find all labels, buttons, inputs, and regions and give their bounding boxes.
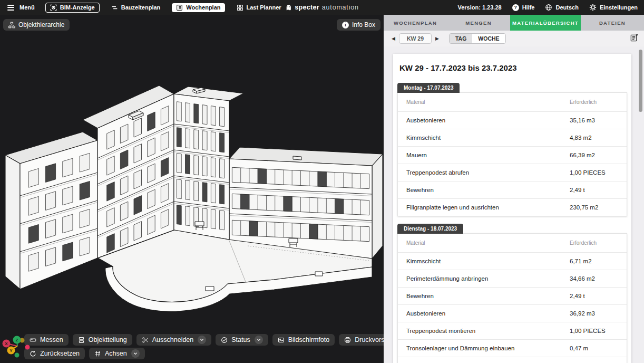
day-section-2: Dienstag - 18.07.2023MaterialErforderlic… [397,223,627,363]
material-cell: Bewehren [406,187,570,193]
mode-bauzeitenplan[interactable]: Bauzeitenplan [107,3,165,12]
tool-label: Zurücksetzen [40,350,80,357]
side-panel: WOCHENPLANMENGENMATERIALÜBERSICHTDATEIEN… [384,15,644,363]
required-cell: 35,16 m3 [570,117,618,123]
tool-label: Objektteilung [89,336,127,343]
mode-label: BIM-Anzeige [60,4,95,11]
tool-label: Druckvorschau [355,336,384,343]
prev-week-button[interactable]: ◀ [389,36,398,41]
app-window: Menü BIM-AnzeigeBauzeitenplanWochenplanL… [0,0,644,363]
note-add-button[interactable] [630,33,639,44]
table-row: Ausbetonieren36,92 m3 [398,304,627,322]
grid-icon [237,4,243,11]
bildschirmfoto-button[interactable]: Bildschirmfoto [272,334,335,346]
material-cell: Filigranplatte legen und ausrichten [406,204,570,211]
required-cell: 4,83 m2 [570,135,618,141]
chevron-down-icon[interactable] [131,349,140,358]
week-heading: KW 29 - 17.7.2023 bis 23.7.2023 [399,63,625,72]
table-row: Ausbetonieren35,16 m3 [398,111,627,129]
material-cell: Ausbetonieren [406,117,570,123]
orientation-gizmo[interactable]: Z X Y [1,326,36,363]
col-header-required: Erforderlich [570,240,618,246]
help-icon: ? [512,4,519,11]
globe-icon [545,4,552,11]
material-cell: Perimeterdämmung anbringen [406,275,570,282]
required-cell: 230,75 m2 [570,204,618,211]
required-cell: 36,92 m3 [570,310,618,317]
gizmo-y-label[interactable]: Y [9,348,13,353]
object-hierarchy-button[interactable]: Objekthierarchie [3,19,70,31]
panel-tabbar: WOCHENPLANMENGENMATERIALÜBERSICHTDATEIEN [384,15,644,31]
gizmo-x-label[interactable]: X [5,341,8,346]
table-row: Tronsolenlager und Dämmung einbauen0,47 … [398,339,627,357]
druckvorschau-button[interactable]: Druckvorschau [339,334,384,346]
table-row: Bewehren2,49 t [398,287,627,304]
mode-label: Bauzeitenplan [121,4,161,11]
day-badge: Dienstag - 18.07.2023 [397,224,463,234]
chevron-down-icon[interactable] [255,336,263,344]
table-row: Mauern66,39 m2 [398,146,627,164]
brand-name: specter [295,4,319,11]
gizmo-z-label[interactable]: Z [16,338,18,342]
day-badge: Montag - 17.07.2023 [397,83,460,93]
viewer-toolbar-row1: MessenObjektteilungAusschneidenStatusBil… [24,334,384,346]
material-cell: Bewehren [406,293,570,299]
help-button[interactable]: ? Hilfe [512,4,535,11]
scissors-icon [142,337,149,343]
table-header-row: MaterialErforderlich [398,93,627,111]
chevron-down-icon[interactable] [198,336,206,344]
table-row: Kimmschicht6,71 m2 [398,252,627,270]
required-cell: 2,49 t [570,293,618,299]
tool-label: Ausschneiden [152,336,194,343]
table-row: Treppenpodest montieren1,00 PIECES [398,322,627,339]
print-icon [344,337,351,343]
language-button[interactable]: Deutsch [545,4,578,11]
week-select-button[interactable]: KW 29 [399,33,432,44]
info-icon: i [342,22,349,28]
toggle-tag[interactable]: TAG [450,34,472,43]
ghost-icon [285,4,292,11]
settings-button[interactable]: Einstellungen [589,4,638,11]
ausschneiden-button[interactable]: Ausschneiden [136,334,212,346]
split-icon [78,337,85,343]
status-button[interactable]: Status [216,334,268,346]
bim-model-3d[interactable] [0,15,384,363]
next-week-button[interactable]: ▶ [433,36,442,41]
mode-bim-anzeige[interactable]: BIM-Anzeige [45,3,100,13]
tab-wochenplan[interactable]: WOCHENPLAN [384,15,447,31]
info-box-button[interactable]: i Info Box [337,19,380,31]
required-cell: 1,00 PIECES [570,169,618,176]
required-cell: 66,39 m2 [570,152,618,158]
toggle-woche[interactable]: WOCHE [472,34,505,43]
table-row: Bewehren2,49 t [398,181,627,198]
menu-button[interactable]: Menü [6,4,35,12]
required-cell: 2,49 t [570,187,618,193]
mode-wochenplan[interactable]: Wochenplan [172,3,225,12]
objektteilung-button[interactable]: Objektteilung [73,334,132,346]
panel-scrollbar[interactable] [639,50,642,112]
days-container: Montag - 17.07.2023MaterialErforderlichA… [397,82,627,363]
table-row: Kimmschicht4,83 m2 [398,129,627,146]
tab-dateien[interactable]: DATEIEN [581,15,644,31]
material-card: KW 29 - 17.7.2023 bis 23.7.2023 Montag -… [393,54,631,363]
table-row: Treppenpodest abrufen1,00 PIECES [398,164,627,181]
bim-icon [50,4,57,11]
required-cell: 1,00 PIECES [570,328,618,334]
note-add-icon [630,33,639,42]
day-week-toggle: TAGWOCHE [449,33,506,44]
tab-mengen[interactable]: MENGEN [447,15,510,31]
required-cell: 0,47 m [570,345,618,351]
required-cell: 34,66 m2 [570,275,618,282]
mode-last-planner[interactable]: Last Planner [232,3,286,12]
material-cell: Kimmschicht [406,258,570,264]
table-header-row: MaterialErforderlich [398,234,627,252]
required-cell: 6,71 m2 [570,258,618,264]
gantt-icon [111,4,118,11]
table-row: Filigranplatte legen und ausrichten230,7… [398,198,627,216]
tool-label: Messen [40,336,63,343]
tab-material-bersicht[interactable]: MATERIALÜBERSICHT [510,15,581,31]
mode-label: Wochenplan [186,4,220,11]
screenshot-icon [278,337,285,343]
list-icon [176,4,183,11]
achsen-button[interactable]: Achsen [89,348,145,359]
